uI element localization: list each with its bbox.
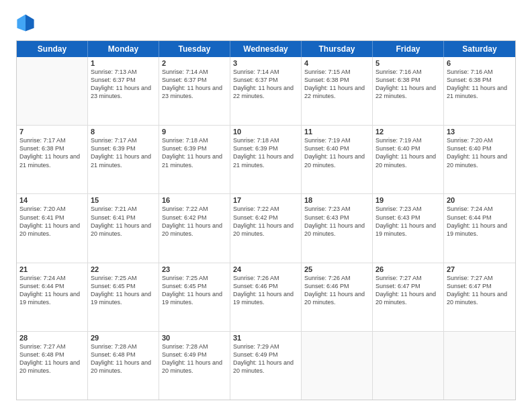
calendar-header: SundayMondayTuesdayWednesdayThursdayFrid…	[17, 41, 515, 57]
day-number: 1	[91, 59, 156, 67]
calendar-body: 1Sunrise: 7:13 AM Sunset: 6:37 PM Daylig…	[17, 57, 515, 400]
day-number: 7	[19, 128, 85, 136]
cell-info: Sunrise: 7:13 AM Sunset: 6:37 PM Dayligh…	[91, 68, 156, 101]
day-cell: 22Sunrise: 7:25 AM Sunset: 6:45 PM Dayli…	[88, 263, 159, 331]
empty-cell	[17, 57, 88, 125]
day-number: 20	[447, 196, 513, 204]
day-number: 18	[304, 196, 369, 204]
day-cell: 16Sunrise: 7:22 AM Sunset: 6:42 PM Dayli…	[159, 194, 230, 262]
day-cell: 25Sunrise: 7:26 AM Sunset: 6:46 PM Dayli…	[302, 263, 373, 331]
day-number: 28	[19, 334, 85, 342]
day-number: 6	[447, 59, 513, 67]
day-cell: 19Sunrise: 7:23 AM Sunset: 6:43 PM Dayli…	[373, 194, 444, 262]
cell-info: Sunrise: 7:28 AM Sunset: 6:49 PM Dayligh…	[162, 342, 227, 375]
day-cell: 9Sunrise: 7:18 AM Sunset: 6:39 PM Daylig…	[159, 126, 230, 193]
cell-info: Sunrise: 7:14 AM Sunset: 6:37 PM Dayligh…	[233, 68, 298, 101]
cell-info: Sunrise: 7:25 AM Sunset: 6:45 PM Dayligh…	[162, 274, 227, 307]
cell-info: Sunrise: 7:21 AM Sunset: 6:41 PM Dayligh…	[91, 205, 156, 238]
day-number: 9	[162, 128, 227, 136]
weekday-header: Wednesday	[230, 41, 302, 57]
day-cell: 26Sunrise: 7:27 AM Sunset: 6:47 PM Dayli…	[373, 263, 444, 331]
day-cell: 31Sunrise: 7:29 AM Sunset: 6:49 PM Dayli…	[230, 332, 302, 400]
page: SundayMondayTuesdayWednesdayThursdayFrid…	[0, 0, 532, 411]
day-cell: 2Sunrise: 7:14 AM Sunset: 6:37 PM Daylig…	[159, 57, 230, 125]
calendar: SundayMondayTuesdayWednesdayThursdayFrid…	[16, 40, 516, 400]
day-number: 3	[233, 59, 298, 67]
cell-info: Sunrise: 7:16 AM Sunset: 6:38 PM Dayligh…	[375, 68, 441, 101]
day-cell: 14Sunrise: 7:20 AM Sunset: 6:41 PM Dayli…	[17, 194, 88, 262]
day-number: 13	[447, 128, 513, 136]
day-cell: 10Sunrise: 7:18 AM Sunset: 6:39 PM Dayli…	[230, 126, 302, 193]
cell-info: Sunrise: 7:27 AM Sunset: 6:48 PM Dayligh…	[19, 342, 85, 375]
day-number: 16	[162, 196, 227, 204]
day-cell: 13Sunrise: 7:20 AM Sunset: 6:40 PM Dayli…	[444, 126, 515, 193]
cell-info: Sunrise: 7:18 AM Sunset: 6:39 PM Dayligh…	[233, 136, 298, 169]
cell-info: Sunrise: 7:23 AM Sunset: 6:43 PM Dayligh…	[375, 205, 441, 238]
weekday-header: Sunday	[17, 41, 88, 57]
day-cell: 18Sunrise: 7:23 AM Sunset: 6:43 PM Dayli…	[302, 194, 373, 262]
cell-info: Sunrise: 7:19 AM Sunset: 6:40 PM Dayligh…	[375, 136, 441, 169]
weekday-header: Saturday	[444, 41, 515, 57]
day-number: 15	[91, 196, 156, 204]
cell-info: Sunrise: 7:26 AM Sunset: 6:46 PM Dayligh…	[233, 274, 298, 307]
header	[16, 13, 516, 32]
weekday-header: Thursday	[302, 41, 373, 57]
day-cell: 29Sunrise: 7:28 AM Sunset: 6:48 PM Dayli…	[88, 332, 159, 400]
cell-info: Sunrise: 7:20 AM Sunset: 6:41 PM Dayligh…	[19, 205, 85, 238]
day-number: 11	[304, 128, 369, 136]
day-number: 23	[162, 265, 227, 273]
calendar-row: 14Sunrise: 7:20 AM Sunset: 6:41 PM Dayli…	[17, 193, 515, 262]
cell-info: Sunrise: 7:26 AM Sunset: 6:46 PM Dayligh…	[304, 274, 369, 307]
day-cell: 3Sunrise: 7:14 AM Sunset: 6:37 PM Daylig…	[230, 57, 302, 125]
day-number: 14	[19, 196, 85, 204]
day-cell: 15Sunrise: 7:21 AM Sunset: 6:41 PM Dayli…	[88, 194, 159, 262]
day-cell: 1Sunrise: 7:13 AM Sunset: 6:37 PM Daylig…	[88, 57, 159, 125]
cell-info: Sunrise: 7:24 AM Sunset: 6:44 PM Dayligh…	[447, 205, 513, 238]
weekday-header: Monday	[88, 41, 159, 57]
weekday-header: Friday	[373, 41, 444, 57]
cell-info: Sunrise: 7:27 AM Sunset: 6:47 PM Dayligh…	[375, 274, 441, 307]
day-number: 25	[304, 265, 369, 273]
weekday-header: Tuesday	[159, 41, 230, 57]
calendar-row: 28Sunrise: 7:27 AM Sunset: 6:48 PM Dayli…	[17, 331, 515, 400]
cell-info: Sunrise: 7:22 AM Sunset: 6:42 PM Dayligh…	[233, 205, 298, 238]
day-cell: 27Sunrise: 7:27 AM Sunset: 6:47 PM Dayli…	[444, 263, 515, 331]
day-number: 17	[233, 196, 298, 204]
calendar-row: 7Sunrise: 7:17 AM Sunset: 6:38 PM Daylig…	[17, 125, 515, 193]
empty-cell	[444, 332, 515, 400]
logo	[16, 13, 38, 32]
day-number: 4	[304, 59, 369, 67]
day-number: 31	[233, 334, 298, 342]
day-cell: 17Sunrise: 7:22 AM Sunset: 6:42 PM Dayli…	[230, 194, 302, 262]
day-cell: 5Sunrise: 7:16 AM Sunset: 6:38 PM Daylig…	[373, 57, 444, 125]
cell-info: Sunrise: 7:27 AM Sunset: 6:47 PM Dayligh…	[447, 274, 513, 307]
cell-info: Sunrise: 7:17 AM Sunset: 6:39 PM Dayligh…	[91, 136, 156, 169]
cell-info: Sunrise: 7:14 AM Sunset: 6:37 PM Dayligh…	[162, 68, 227, 101]
day-number: 10	[233, 128, 298, 136]
day-cell: 6Sunrise: 7:16 AM Sunset: 6:38 PM Daylig…	[444, 57, 515, 125]
cell-info: Sunrise: 7:25 AM Sunset: 6:45 PM Dayligh…	[91, 274, 156, 307]
logo-icon	[16, 13, 35, 32]
cell-info: Sunrise: 7:22 AM Sunset: 6:42 PM Dayligh…	[162, 205, 227, 238]
empty-cell	[373, 332, 444, 400]
calendar-row: 1Sunrise: 7:13 AM Sunset: 6:37 PM Daylig…	[17, 57, 515, 125]
day-number: 21	[19, 265, 85, 273]
svg-marker-1	[26, 14, 34, 31]
cell-info: Sunrise: 7:16 AM Sunset: 6:38 PM Dayligh…	[447, 68, 513, 101]
day-cell: 21Sunrise: 7:24 AM Sunset: 6:44 PM Dayli…	[17, 263, 88, 331]
day-number: 27	[447, 265, 513, 273]
day-cell: 20Sunrise: 7:24 AM Sunset: 6:44 PM Dayli…	[444, 194, 515, 262]
day-number: 30	[162, 334, 227, 342]
cell-info: Sunrise: 7:17 AM Sunset: 6:38 PM Dayligh…	[19, 136, 85, 169]
cell-info: Sunrise: 7:18 AM Sunset: 6:39 PM Dayligh…	[162, 136, 227, 169]
cell-info: Sunrise: 7:23 AM Sunset: 6:43 PM Dayligh…	[304, 205, 369, 238]
day-number: 2	[162, 59, 227, 67]
day-number: 22	[91, 265, 156, 273]
day-cell: 8Sunrise: 7:17 AM Sunset: 6:39 PM Daylig…	[88, 126, 159, 193]
cell-info: Sunrise: 7:24 AM Sunset: 6:44 PM Dayligh…	[19, 274, 85, 307]
day-cell: 11Sunrise: 7:19 AM Sunset: 6:40 PM Dayli…	[302, 126, 373, 193]
day-cell: 24Sunrise: 7:26 AM Sunset: 6:46 PM Dayli…	[230, 263, 302, 331]
cell-info: Sunrise: 7:28 AM Sunset: 6:48 PM Dayligh…	[91, 342, 156, 375]
day-cell: 30Sunrise: 7:28 AM Sunset: 6:49 PM Dayli…	[159, 332, 230, 400]
cell-info: Sunrise: 7:29 AM Sunset: 6:49 PM Dayligh…	[233, 342, 298, 375]
